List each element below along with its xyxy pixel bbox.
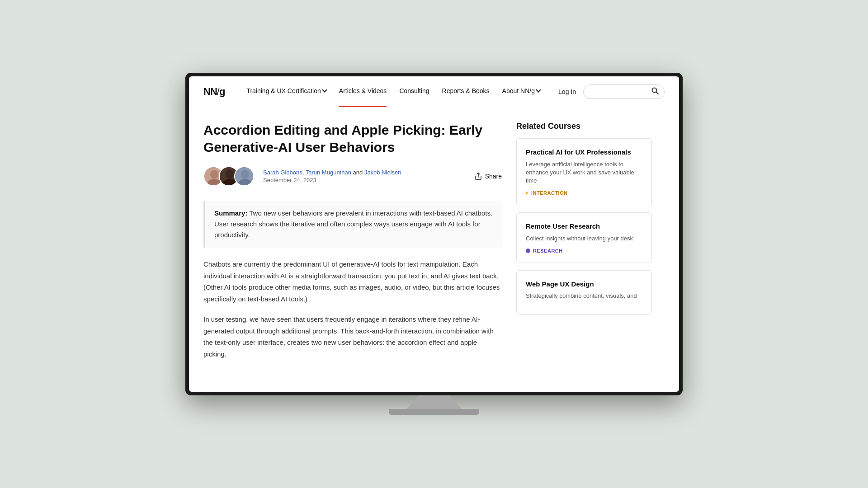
course-card-desc: Leverage artificial intelligence tools t…: [526, 160, 642, 185]
body-paragraph-2: In user testing, we have seen that users…: [203, 314, 502, 360]
avatar: [234, 166, 254, 186]
course-tag-interaction: INTERACTION: [526, 190, 642, 196]
course-card-web-page-ux[interactable]: Web Page UX Design Strategically combine…: [516, 270, 652, 315]
svg-point-6: [226, 170, 234, 179]
research-dot-icon: [526, 249, 530, 253]
author-names: Sarah Gibbons, Tarun Mugunthan and Jakob…: [263, 169, 401, 176]
article-main: Accordion Editing and Apple Picking: Ear…: [203, 122, 502, 377]
nav-articles[interactable]: Articles & Videos: [339, 87, 387, 96]
interaction-icon: [526, 191, 528, 195]
course-card-desc: Strategically combine content, visuals, …: [526, 292, 642, 300]
navigation: NN/g Training & UX Certification Article…: [189, 76, 679, 107]
summary-text: Summary: Two new user behaviors are prev…: [214, 208, 493, 240]
content-area: Accordion Editing and Apple Picking: Ear…: [189, 107, 679, 392]
article-date: September 24, 2023: [263, 177, 401, 183]
nav-links: Training & UX Certification Articles & V…: [246, 87, 544, 96]
stand-neck: [407, 395, 461, 409]
svg-line-1: [656, 92, 659, 94]
author-link-sarah[interactable]: Sarah Gibbons: [263, 169, 302, 176]
author-link-jakob[interactable]: Jakob Nielsen: [364, 169, 401, 176]
author-avatars: [203, 166, 254, 186]
course-card-title: Practical AI for UX Professionals: [526, 148, 642, 157]
sidebar-title: Related Courses: [516, 122, 652, 131]
search-icon[interactable]: [651, 87, 659, 96]
login-button[interactable]: Log In: [558, 88, 576, 95]
svg-point-9: [241, 170, 249, 179]
nav-right: Log In: [558, 84, 665, 99]
share-icon: [474, 172, 482, 180]
author-info: Sarah Gibbons, Tarun Mugunthan and Jakob…: [263, 169, 401, 183]
course-tag-research: RESEARCH: [526, 248, 642, 253]
nav-reports[interactable]: Reports & Books: [442, 87, 490, 96]
author-section: Sarah Gibbons, Tarun Mugunthan and Jakob…: [203, 166, 502, 186]
search-input[interactable]: [591, 88, 648, 95]
browser-window: NN/g Training & UX Certification Article…: [189, 76, 679, 392]
body-paragraph-1: Chatbots are currently the predominant U…: [203, 258, 502, 305]
svg-point-3: [210, 170, 218, 179]
monitor-frame: NN/g Training & UX Certification Article…: [185, 73, 683, 395]
course-card-desc: Collect insights without leaving your de…: [526, 235, 642, 243]
nav-about[interactable]: About NN/g: [502, 87, 540, 96]
course-card-remote-research[interactable]: Remote User Research Collect insights wi…: [516, 212, 652, 263]
share-button[interactable]: Share: [474, 172, 502, 180]
search-box: [583, 84, 665, 99]
course-card-title: Remote User Research: [526, 222, 642, 231]
nav-consulting[interactable]: Consulting: [399, 87, 429, 96]
chevron-down-icon: [536, 87, 541, 92]
site-logo[interactable]: NN/g: [203, 86, 225, 98]
course-card-title: Web Page UX Design: [526, 280, 642, 289]
sidebar: Related Courses Practical AI for UX Prof…: [516, 122, 652, 377]
nav-training[interactable]: Training & UX Certification: [246, 87, 326, 96]
stand-base: [389, 409, 479, 415]
author-link-tarun[interactable]: Tarun Mugunthan: [306, 169, 351, 176]
article-title: Accordion Editing and Apple Picking: Ear…: [203, 122, 502, 155]
chevron-down-icon: [322, 87, 327, 92]
monitor-stand: [389, 395, 479, 415]
summary-block: Summary: Two new user behaviors are prev…: [203, 201, 502, 248]
course-card-practical-ai[interactable]: Practical AI for UX Professionals Levera…: [516, 138, 652, 205]
